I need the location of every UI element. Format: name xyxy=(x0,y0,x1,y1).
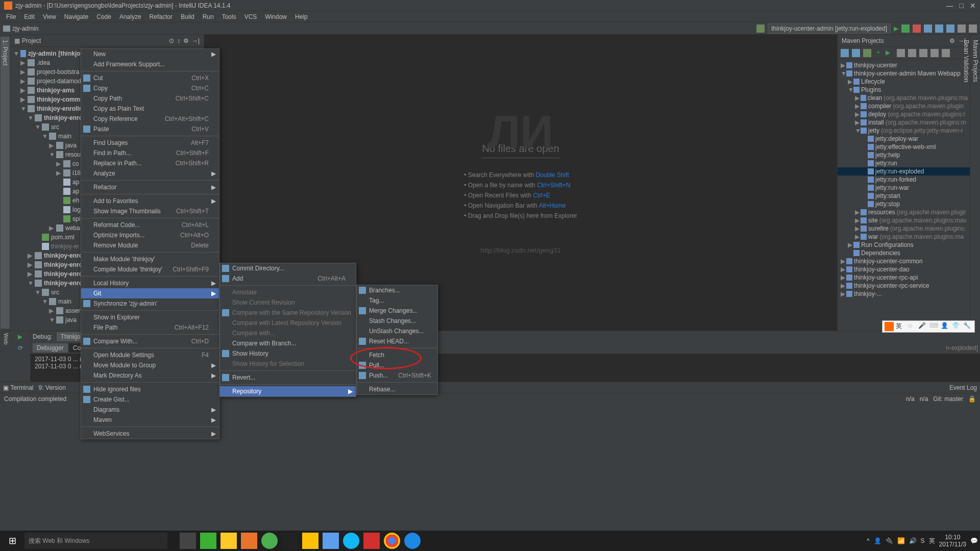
maven-tree-item[interactable]: ▶Run Configurations xyxy=(838,241,970,249)
menu-item-mark-directory-as[interactable]: Mark Directory As▶ xyxy=(81,370,219,381)
ime-person-icon[interactable]: 👤 xyxy=(941,322,950,331)
scroll-icon[interactable]: ↕ xyxy=(177,37,180,44)
git-branch[interactable]: Git: master xyxy=(933,395,963,403)
menu-analyze[interactable]: Analyze xyxy=(116,12,144,21)
project-panel-title[interactable]: Project xyxy=(22,37,169,44)
notification-icon[interactable]: 💬 xyxy=(970,537,978,544)
stop-icon[interactable] xyxy=(913,24,921,33)
revert-icon[interactable] xyxy=(946,24,954,33)
menu-item-push[interactable]: Push...Ctrl+Shift+K xyxy=(357,370,437,381)
maven-tree-item[interactable]: jetty:start xyxy=(838,192,970,200)
maven-tree-item[interactable]: jetty:stop xyxy=(838,200,970,208)
maven-tree[interactable]: ▶thinkjoy-ucenter▼thinkjoy-ucenter-admin… xyxy=(838,59,970,300)
web-tab[interactable]: Web xyxy=(0,331,10,382)
menu-item-show-history[interactable]: Show History xyxy=(220,348,356,359)
settings-maven-icon[interactable] xyxy=(942,49,950,57)
maven-tree-item[interactable]: jetty:run xyxy=(838,159,970,167)
ime-skin-icon[interactable]: 👕 xyxy=(952,322,961,331)
context-menu-repository[interactable]: Branches...Tag...Merge Changes...Stash C… xyxy=(356,285,438,395)
menu-view[interactable]: View xyxy=(40,12,59,21)
menu-item-add-framework-support[interactable]: Add Framework Support... xyxy=(81,59,219,69)
taskbar-search[interactable]: 搜索 Web 和 Windows xyxy=(24,533,167,549)
menu-edit[interactable]: Edit xyxy=(21,12,38,21)
gear-icon[interactable]: ⚙ xyxy=(183,37,189,44)
menu-help[interactable]: Help xyxy=(292,12,311,21)
maven-tree-item[interactable]: ▶war (org.apache.maven.plugins:ma xyxy=(838,233,970,241)
menu-item-new[interactable]: New▶ xyxy=(81,49,219,59)
search-icon[interactable] xyxy=(969,24,977,33)
menu-item-local-history[interactable]: Local History▶ xyxy=(81,278,219,288)
maven-tree-item[interactable]: ▼Plugins xyxy=(838,86,970,94)
menu-navigate[interactable]: Navigate xyxy=(61,12,91,21)
ie-icon[interactable] xyxy=(404,533,421,549)
notepad-icon[interactable] xyxy=(323,533,339,549)
qq-icon[interactable] xyxy=(343,533,359,549)
maven-tree-item[interactable]: jetty:deploy-war xyxy=(838,135,970,143)
maven-tree-item[interactable]: ▶thinkjoy-ucenter-rpc-api xyxy=(838,273,970,282)
breadcrumb[interactable]: zjy-admin xyxy=(12,25,38,32)
lock-icon[interactable]: 🔒 xyxy=(968,395,976,403)
menu-refactor[interactable]: Refactor xyxy=(146,12,176,21)
reimport-icon[interactable] xyxy=(841,49,849,57)
tray-power-icon[interactable]: 🔌 xyxy=(886,537,893,544)
context-menu-main[interactable]: New▶Add Framework Support...CutCtrl+XCop… xyxy=(81,48,219,439)
menu-item-find-usages[interactable]: Find UsagesAlt+F7 xyxy=(81,138,219,148)
maven-tree-item[interactable]: ▼thinkjoy-ucenter-admin Maven Webapp xyxy=(838,69,970,78)
rerun-icon[interactable]: ▶ xyxy=(10,331,30,342)
menu-item-merge-changes[interactable]: Merge Changes... xyxy=(357,306,437,316)
menu-item-compile-module-thinkjoy[interactable]: Compile Module 'thinkjoy'Ctrl+Shift+F9 xyxy=(81,264,219,274)
ime-logo-icon[interactable] xyxy=(885,322,894,331)
right-tab-1[interactable]: Bean Validation xyxy=(962,37,971,329)
maximize-button[interactable]: □ xyxy=(960,2,964,10)
hide-icon[interactable]: →| xyxy=(192,37,200,44)
menu-item-file-path[interactable]: File PathCtrl+Alt+F12 xyxy=(81,322,219,333)
menu-item-hide-ignored-files[interactable]: Hide ignored files xyxy=(81,384,219,394)
maven-tree-item[interactable]: ▶deploy (org.apache.maven.plugins:r xyxy=(838,110,970,118)
cmd-icon[interactable] xyxy=(282,533,298,549)
intellij-icon[interactable] xyxy=(241,533,257,549)
menu-item-show-image-thumbnails[interactable]: Show Image ThumbnailsCtrl+Shift+T xyxy=(81,206,219,216)
menu-item-copy[interactable]: CopyCtrl+C xyxy=(81,83,219,93)
maven-tree-item[interactable]: Dependencies xyxy=(838,249,970,257)
make-icon[interactable] xyxy=(756,24,765,33)
maven-tree-item[interactable]: ▶surefire (org.apache.maven.plugins: xyxy=(838,224,970,233)
offline-icon[interactable] xyxy=(919,49,927,57)
run-maven-icon[interactable]: ▶ xyxy=(886,49,894,57)
context-menu-git[interactable]: Commit Directory...AddCtrl+Alt+AAnnotate… xyxy=(219,263,356,397)
project-combo-icon[interactable]: ▦ xyxy=(14,37,20,44)
menu-item-refactor[interactable]: Refactor▶ xyxy=(81,182,219,192)
menu-item-make-module-thinkjoy[interactable]: Make Module 'thinkjoy' xyxy=(81,254,219,264)
menu-item-open-module-settings[interactable]: Open Module SettingsF4 xyxy=(81,350,219,360)
tray-net-icon[interactable]: 📶 xyxy=(897,537,905,544)
maven-tree-item[interactable]: ▶thinkjoy-... xyxy=(838,290,970,298)
collapse-all-icon[interactable] xyxy=(930,49,939,57)
menu-item-analyze[interactable]: Analyze▶ xyxy=(81,168,219,179)
menu-item-cut[interactable]: CutCtrl+X xyxy=(81,73,219,83)
maven-tree-item[interactable]: ▶install (org.apache.maven.plugins:m xyxy=(838,118,970,127)
wechat-icon[interactable] xyxy=(200,533,216,549)
menu-window[interactable]: Window xyxy=(262,12,290,21)
menu-item-reset-head[interactable]: Reset HEAD... xyxy=(357,336,437,346)
menu-item-reformat-code[interactable]: Reformat Code...Ctrl+Alt+L xyxy=(81,220,219,230)
start-button[interactable]: ⊞ xyxy=(2,533,22,549)
menu-item-compare-with-branch[interactable]: Compare with Branch... xyxy=(220,338,356,348)
maven-tree-item[interactable]: ▶site (org.apache.maven.plugins:mav xyxy=(838,216,970,224)
menu-item-copy-path[interactable]: Copy PathCtrl+Shift+C xyxy=(81,93,219,104)
menu-item-create-gist[interactable]: Create Gist... xyxy=(81,394,219,405)
menu-build[interactable]: Build xyxy=(178,12,198,21)
menu-code[interactable]: Code xyxy=(93,12,114,21)
settings-icon[interactable] xyxy=(958,24,966,33)
maven-tree-item[interactable]: jetty:run-forked xyxy=(838,176,970,184)
tray-people-icon[interactable]: 👤 xyxy=(874,537,881,544)
vcs-tab[interactable]: 9: Version xyxy=(38,384,65,391)
menu-item-maven[interactable]: Maven▶ xyxy=(81,415,219,425)
maven-tree-item[interactable]: ▶thinkjoy-ucenter xyxy=(838,61,970,69)
menu-tools[interactable]: Tools xyxy=(219,12,239,21)
minimize-button[interactable]: — xyxy=(946,2,953,10)
ime-emoji-icon[interactable]: ☺ xyxy=(907,322,916,331)
browser-icon[interactable] xyxy=(261,533,278,549)
maven-tree-item[interactable]: jetty:effective-web-xml xyxy=(838,143,970,151)
menu-item-find-in-path[interactable]: Find in Path...Ctrl+Shift+F xyxy=(81,148,219,158)
run-icon[interactable]: ▶ xyxy=(894,25,898,32)
ime-keyboard-icon[interactable]: ⌨ xyxy=(929,322,939,331)
